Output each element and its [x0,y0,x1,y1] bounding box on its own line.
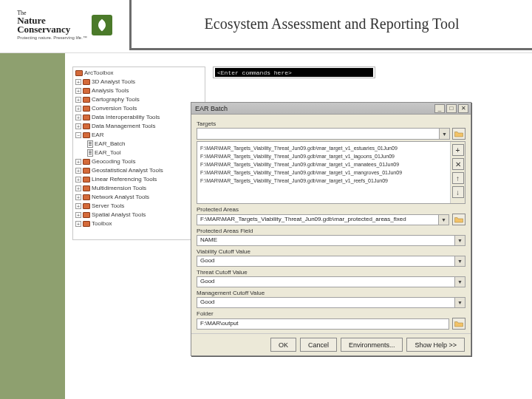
expand-icon[interactable]: + [75,123,81,129]
collapse-icon[interactable]: − [75,132,81,138]
tree-item[interactable]: +Geocoding Tools [75,157,202,166]
tree-script-item[interactable]: EAR_Batch [75,140,202,149]
input-value: NAME [200,236,217,243]
expand-icon[interactable]: + [75,212,81,218]
expand-icon[interactable]: + [75,168,81,174]
tree-item[interactable]: +Toolbox [75,219,202,228]
tree-item[interactable]: +Spatial Analyst Tools [75,211,202,219]
tree-script-item[interactable]: EAR_Tool [75,149,202,157]
tree-label: EAR_Batch [95,140,125,149]
toolbox-icon [83,177,90,183]
oak-leaf-icon [92,15,112,35]
tree-label: EAR_Tool [95,149,121,157]
targets-list: F:\MAR\MAR_Targets_Viability_Threat_Jun0… [197,142,450,203]
expand-icon[interactable]: + [75,97,81,103]
remove-button[interactable]: ✕ [452,158,464,170]
script-icon [87,149,93,157]
expand-icon[interactable]: + [75,79,81,85]
tree-label: Spatial Analyst Tools [92,211,146,219]
list-item[interactable]: F:\MAR\MAR_Targets_Viability_Threat_Jun0… [200,177,447,185]
arrow-up-icon: ↑ [456,174,460,183]
logo-tagline: Protecting nature. Preserving life.™ [17,35,87,41]
tree-item[interactable]: +Data Interoperability Tools [75,113,202,122]
toolbox-icon [83,115,90,120]
protected-areas-input[interactable]: F:\MAR\MAR_Targets_Viability_Threat_Jun0… [197,214,449,225]
list-item[interactable]: F:\MAR\MAR_Targets_Viability_Threat_Jun0… [200,144,447,152]
close-button[interactable]: ✕ [458,104,468,113]
tree-item[interactable]: +Conversion Tools [75,104,202,113]
cancel-button[interactable]: Cancel [300,338,337,352]
browse-button[interactable] [452,214,466,225]
browse-button[interactable] [452,318,466,330]
tree-label: Conversion Tools [92,104,137,113]
toolbox-icon [83,194,90,200]
browse-button[interactable] [452,128,466,140]
title-cell: Ecosystem Assessment and Reporting Tool [132,0,532,48]
expand-icon[interactable]: + [75,203,81,209]
tree-label: Analysis Tools [92,86,129,95]
btn-label: Show Help >> [415,341,457,349]
viability-select[interactable]: Good▼ [197,256,466,267]
targets-listbox[interactable]: F:\MAR\MAR_Targets_Viability_Threat_Jun0… [197,141,466,204]
tree-item[interactable]: +Network Analyst Tools [75,193,202,202]
tree-label: Cartography Tools [92,95,140,104]
toolbox-icon [83,221,90,227]
list-item[interactable]: F:\MAR\MAR_Targets_Viability_Threat_Jun0… [200,152,447,160]
slide-header: The Nature Conservancy Protecting nature… [0,0,532,50]
expand-icon[interactable]: + [75,88,81,94]
protected-field-select[interactable]: NAME▼ [197,235,466,246]
toolbox-icon [83,168,90,174]
chevron-down-icon: ▼ [439,129,449,139]
chevron-down-icon: ▼ [454,298,465,307]
folder-input[interactable]: F:\MAR\output [197,318,449,330]
input-value: F:\MAR\MAR_Targets_Viability_Threat_Jun0… [200,216,406,222]
threat-select[interactable]: Good▼ [197,276,466,287]
toolbox-tree[interactable]: ArcToolbox +3D Analyst Tools +Analysis T… [73,67,205,230]
move-down-button[interactable]: ↓ [452,186,464,198]
tree-item[interactable]: +Data Management Tools [75,122,202,131]
arrow-down-icon: ↓ [456,188,460,197]
targets-input-row: ▼ [197,128,466,140]
move-up-button[interactable]: ↑ [452,172,464,184]
dialog-titlebar[interactable]: EAR Batch _ □ ✕ [191,103,471,115]
environments-button[interactable]: Environments... [341,338,403,352]
tree-root[interactable]: ArcToolbox [75,69,202,78]
tree-item[interactable]: +3D Analyst Tools [75,78,202,86]
tree-label: Data Management Tools [92,122,156,131]
chevron-down-icon: ▼ [454,277,465,287]
app-stage: ArcToolbox +3D Analyst Tools +Analysis T… [65,58,526,393]
ok-button[interactable]: OK [270,338,296,352]
management-select[interactable]: Good▼ [197,297,466,308]
tree-item[interactable]: +Geostatistical Analyst Tools [75,166,202,175]
chevron-down-icon: ▼ [438,215,449,225]
left-accent-column [0,52,65,399]
targets-dropdown[interactable]: ▼ [197,128,450,140]
list-item[interactable]: F:\MAR\MAR_Targets_Viability_Threat_Jun0… [200,160,447,168]
expand-icon[interactable]: + [75,159,81,165]
tree-item[interactable]: +Server Tools [75,202,202,211]
expand-icon[interactable]: + [75,106,81,112]
tree-item[interactable]: +Linear Referencing Tools [75,175,202,184]
expand-icon[interactable]: + [75,177,81,183]
minimize-button[interactable]: _ [434,104,445,113]
targets-side-buttons: + ✕ ↑ ↓ [450,142,465,203]
threat-label: Threat Cutoff Value [197,269,466,276]
plus-icon: + [456,146,460,154]
expand-icon[interactable]: + [75,194,81,200]
x-icon: ✕ [455,160,461,168]
expand-icon[interactable]: + [75,185,81,191]
expand-icon[interactable]: + [75,115,81,120]
command-line-input[interactable]: <Enter commands here> [215,68,373,77]
show-help-button[interactable]: Show Help >> [406,338,465,352]
maximize-button[interactable]: □ [446,104,457,113]
tree-item[interactable]: +Analysis Tools [75,86,202,95]
tree-label: Geostatistical Analyst Tools [92,166,163,175]
tree-item-ear[interactable]: −EAR [75,131,202,140]
tree-item[interactable]: +Multidimension Tools [75,184,202,193]
expand-icon[interactable]: + [75,221,81,227]
add-button[interactable]: + [452,144,464,156]
tree-label: 3D Analyst Tools [92,78,135,86]
toolbox-icon [83,79,90,85]
list-item[interactable]: F:\MAR\MAR_Targets_Viability_Threat_Jun0… [200,168,447,177]
tree-item[interactable]: +Cartography Tools [75,95,202,104]
